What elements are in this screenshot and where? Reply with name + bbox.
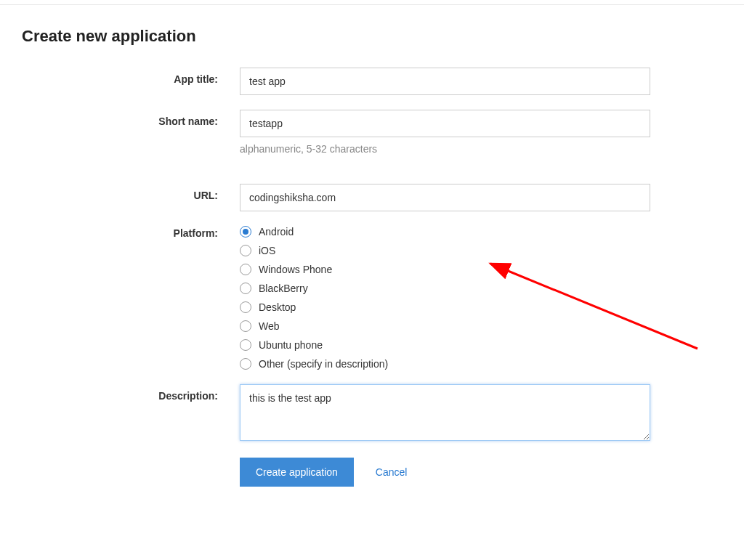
description-textarea[interactable]	[240, 384, 650, 441]
platform-radio-label: Desktop	[259, 301, 296, 313]
radio-icon	[240, 301, 251, 313]
platform-radio-label: Web	[259, 320, 280, 332]
platform-radio-windows-phone[interactable]: Windows Phone	[240, 264, 672, 275]
page-title: Create new application	[22, 27, 722, 46]
url-label: URL:	[22, 184, 240, 201]
short-name-hint: alphanumeric, 5-32 characters	[240, 143, 672, 155]
platform-radio-ubuntu-phone[interactable]: Ubuntu phone	[240, 339, 672, 351]
platform-radio-label: Other (specify in description)	[259, 358, 388, 370]
radio-icon	[240, 320, 251, 332]
platform-radio-label: Windows Phone	[259, 264, 332, 275]
platform-radio-blackberry[interactable]: BlackBerry	[240, 283, 672, 294]
cancel-link[interactable]: Cancel	[376, 466, 408, 478]
platform-radio-label: BlackBerry	[259, 283, 308, 294]
radio-icon	[240, 264, 251, 275]
short-name-label: Short name:	[22, 110, 240, 127]
create-application-button[interactable]: Create application	[240, 458, 354, 487]
radio-icon	[240, 226, 251, 238]
app-title-input[interactable]	[240, 68, 650, 95]
radio-icon	[240, 283, 251, 294]
app-title-label: App title:	[22, 68, 240, 85]
platform-label: Platform:	[22, 226, 240, 239]
description-label: Description:	[22, 384, 240, 402]
platform-radio-android[interactable]: Android	[240, 226, 672, 238]
short-name-input[interactable]	[240, 110, 650, 137]
platform-radio-ios[interactable]: iOS	[240, 245, 672, 256]
radio-icon	[240, 339, 251, 351]
platform-radio-desktop[interactable]: Desktop	[240, 301, 672, 313]
platform-radio-label: Ubuntu phone	[259, 339, 323, 351]
platform-radio-label: Android	[259, 226, 294, 238]
platform-radio-other-specify-in-description[interactable]: Other (specify in description)	[240, 358, 672, 370]
radio-icon	[240, 245, 251, 256]
platform-radio-label: iOS	[259, 245, 275, 256]
radio-icon	[240, 358, 251, 370]
url-input[interactable]	[240, 184, 650, 211]
platform-radio-web[interactable]: Web	[240, 320, 672, 332]
